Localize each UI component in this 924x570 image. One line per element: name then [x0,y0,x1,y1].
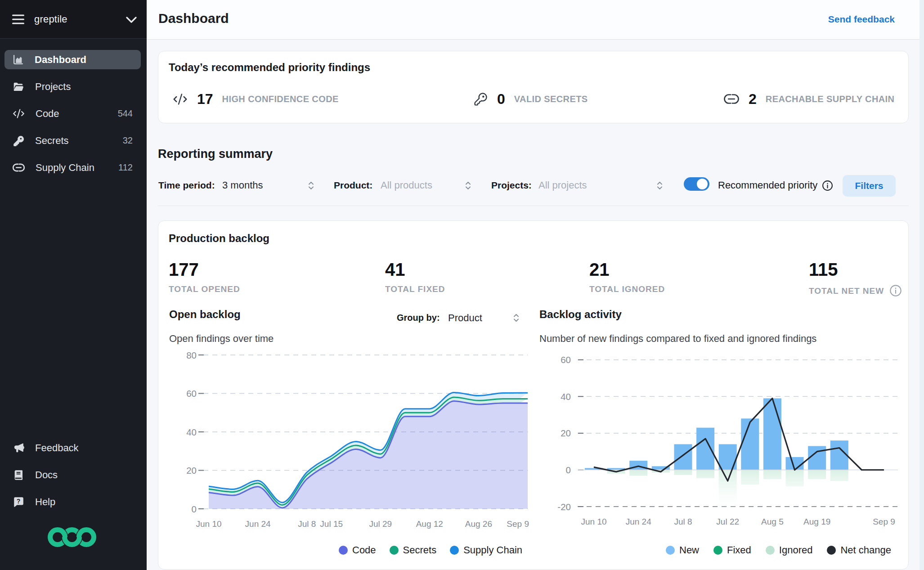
svg-text:Jun 24: Jun 24 [245,519,271,529]
svg-text:Jun 10: Jun 10 [196,519,221,529]
svg-text:Aug 12: Aug 12 [416,519,443,529]
svg-text:20: 20 [186,465,197,476]
svg-text:Sep 9: Sep 9 [873,517,895,526]
svg-text:80: 80 [186,350,197,360]
svg-text:60: 60 [186,388,197,399]
svg-text:40: 40 [561,391,571,402]
svg-text:Aug 26: Aug 26 [465,519,492,529]
svg-text:Jul 29: Jul 29 [369,519,392,529]
svg-text:60: 60 [561,355,571,365]
svg-text:Jun 10: Jun 10 [581,517,606,526]
svg-text:0: 0 [192,504,197,514]
svg-text:?: ? [17,497,21,504]
svg-text:Jul 15: Jul 15 [320,519,343,529]
svg-text:Aug 5: Aug 5 [761,517,784,526]
svg-text:-20: -20 [557,502,571,512]
svg-text:Jul 8: Jul 8 [674,517,692,526]
svg-text:Jul 22: Jul 22 [716,517,739,526]
svg-text:20: 20 [561,428,571,438]
svg-text:0: 0 [566,465,571,475]
svg-text:Jun 24: Jun 24 [626,517,651,526]
svg-text:40: 40 [186,427,197,437]
svg-text:Aug 19: Aug 19 [803,517,830,526]
svg-text:Sep 9: Sep 9 [507,519,529,529]
svg-text:Jul 8: Jul 8 [298,519,316,529]
